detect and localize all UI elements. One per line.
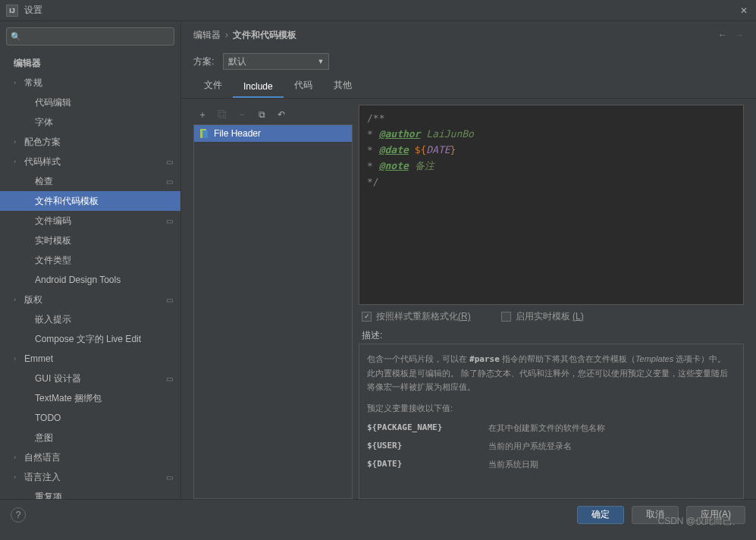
description-box[interactable]: 包含一个代码片段，可以在 #parse 指令的帮助下将其包含在文件模板（Temp…	[359, 344, 744, 499]
tree-root-editor[interactable]: 编辑器	[0, 53, 180, 73]
tree-item-5[interactable]: 检查▭	[0, 171, 180, 191]
tree-item-17[interactable]: TODO	[0, 408, 180, 428]
tree-item-label: 自然语言	[24, 451, 61, 464]
chevron-right-icon: ›	[14, 138, 24, 146]
window-title: 设置	[24, 4, 738, 17]
modified-icon: ▭	[166, 473, 173, 482]
tree-item-18[interactable]: 意图	[0, 428, 180, 447]
titlebar: IJ 设置 ✕	[0, 0, 756, 21]
tree-item-20[interactable]: ›语言注入▭	[0, 467, 180, 487]
modified-icon: ▭	[166, 158, 173, 166]
tab-2[interactable]: 代码	[284, 74, 323, 98]
tree-item-label: GUI 设计器	[35, 372, 81, 385]
reformat-checkbox[interactable]: 按照样式重新格式化(R)	[362, 310, 471, 323]
tree-item-6[interactable]: 文件和代码模板	[0, 191, 180, 211]
search-input[interactable]	[6, 27, 174, 46]
tree-item-21[interactable]: 重复项	[0, 487, 180, 499]
tab-3[interactable]: 其他	[323, 74, 362, 98]
add-icon[interactable]: ＋	[196, 108, 209, 121]
tree-item-8[interactable]: 实时模板	[0, 231, 180, 250]
var-value: 在其中创建新文件的软件包名称	[488, 421, 736, 435]
svg-rect-1	[202, 130, 208, 138]
tree-item-label: 文件编码	[35, 215, 71, 228]
tree-item-label: 嵌入提示	[35, 313, 71, 326]
checkbox-icon	[501, 312, 511, 322]
tree-item-label: 文件和代码模板	[35, 195, 99, 208]
tree-item-9[interactable]: 文件类型	[0, 250, 180, 270]
tree-item-14[interactable]: ›Emmet	[0, 349, 180, 369]
tree-item-1[interactable]: 代码编辑	[0, 93, 180, 112]
scheme-label: 方案:	[193, 55, 214, 68]
chevron-right-icon: ›	[14, 355, 24, 363]
tree-item-10[interactable]: Android Design Tools	[0, 270, 180, 290]
settings-sidebar: 🔍 编辑器›常规代码编辑字体›配色方案›代码样式▭检查▭文件和代码模板文件编码▭…	[0, 21, 181, 499]
help-button[interactable]: ?	[11, 507, 26, 523]
tree-item-2[interactable]: 字体	[0, 112, 180, 132]
settings-tree[interactable]: 编辑器›常规代码编辑字体›配色方案›代码样式▭检查▭文件和代码模板文件编码▭实时…	[0, 52, 180, 499]
tree-item-label: Compose 文字的 Live Edit	[35, 333, 141, 346]
tree-item-11[interactable]: ›版权▭	[0, 290, 180, 309]
tree-item-0[interactable]: ›常规	[0, 73, 180, 93]
cancel-button[interactable]: 取消	[632, 506, 679, 524]
tab-1[interactable]: Include	[233, 77, 284, 98]
tree-item-label: 版权	[24, 294, 42, 306]
tab-0[interactable]: 文件	[193, 74, 233, 98]
tree-item-label: Android Design Tools	[35, 275, 121, 285]
tree-item-3[interactable]: ›配色方案	[0, 132, 180, 152]
tree-item-label: 文件类型	[35, 254, 71, 267]
tree-item-4[interactable]: ›代码样式▭	[0, 152, 180, 171]
modified-icon: ▭	[166, 296, 173, 304]
breadcrumb: 编辑器›文件和代码模板	[193, 29, 296, 42]
app-logo: IJ	[6, 5, 18, 17]
tree-item-13[interactable]: Compose 文字的 Live Edit	[0, 329, 180, 349]
close-icon[interactable]: ✕	[738, 5, 750, 17]
tree-item-12[interactable]: 嵌入提示	[0, 309, 180, 329]
checkbox-icon	[362, 312, 372, 322]
modified-icon: ▭	[166, 177, 173, 186]
chevron-right-icon: ›	[14, 296, 24, 303]
main-panel: 编辑器›文件和代码模板 ← → 方案: 默认▼ 文件Include代码其他 ＋ …	[181, 21, 756, 499]
var-value: 当前系统日期	[488, 457, 736, 471]
var-row: ${PACKAGE_NAME}在其中创建新文件的软件包名称	[367, 421, 736, 435]
template-toolbar: ＋ ⿻ − ⧉ ↶	[193, 105, 353, 124]
tree-item-label: 实时模板	[35, 234, 71, 247]
ok-button[interactable]: 确定	[577, 506, 624, 524]
forward-icon[interactable]: →	[735, 30, 744, 40]
apply-button[interactable]: 应用(A)	[686, 506, 745, 524]
tabs: 文件Include代码其他	[181, 74, 756, 99]
description-label: 描述:	[359, 328, 744, 344]
tree-item-label: 常规	[24, 77, 42, 89]
modified-icon: ▭	[166, 375, 173, 383]
live-template-checkbox[interactable]: 启用实时模板 (L)	[501, 310, 584, 323]
tree-item-19[interactable]: ›自然语言	[0, 447, 180, 467]
scheme-select[interactable]: 默认▼	[223, 53, 329, 70]
var-key: ${PACKAGE_NAME}	[367, 421, 488, 435]
modified-icon: ▭	[166, 217, 173, 225]
tree-item-16[interactable]: TextMate 捆绑包	[0, 388, 180, 408]
tree-item-label: TextMate 捆绑包	[35, 392, 102, 405]
var-row: ${USER}当前的用户系统登录名	[367, 439, 736, 453]
dialog-footer: ? 确定 取消 应用(A)	[0, 499, 756, 529]
var-key: ${DATE}	[367, 457, 488, 471]
var-key: ${USER}	[367, 439, 488, 453]
template-editor[interactable]: /** * @author LaiJunBo * @date ${DATE} *…	[359, 105, 744, 305]
tree-item-label: 检查	[35, 175, 53, 188]
remove-icon: −	[236, 109, 248, 120]
template-item-file-header[interactable]: File Header	[194, 125, 352, 142]
tree-item-label: 代码编辑	[35, 96, 71, 109]
copy-icon[interactable]: ⧉	[256, 109, 268, 120]
chevron-right-icon: ›	[14, 79, 24, 86]
var-value: 当前的用户系统登录名	[488, 439, 736, 453]
back-icon[interactable]: ←	[718, 30, 727, 40]
tree-item-label: 重复项	[35, 491, 62, 500]
undo-icon[interactable]: ↶	[275, 109, 287, 120]
tree-item-15[interactable]: GUI 设计器▭	[0, 369, 180, 388]
chevron-right-icon: ›	[14, 158, 24, 165]
chevron-down-icon: ▼	[317, 58, 324, 65]
template-list[interactable]: File Header	[193, 124, 353, 499]
chevron-right-icon: ›	[14, 473, 24, 481]
chevron-right-icon: ›	[14, 454, 24, 461]
tree-item-label: TODO	[35, 413, 61, 423]
var-row: ${DATE}当前系统日期	[367, 457, 736, 471]
tree-item-7[interactable]: 文件编码▭	[0, 211, 180, 231]
